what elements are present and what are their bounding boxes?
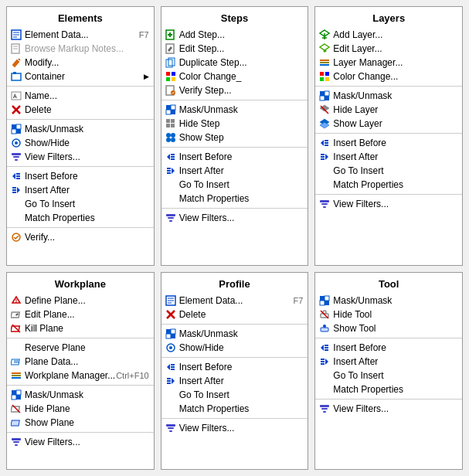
tool-insert-before-item[interactable]: Insert Before xyxy=(315,341,462,355)
svg-rect-117 xyxy=(15,444,18,446)
svg-marker-60 xyxy=(172,168,175,174)
add-step-icon xyxy=(165,29,177,41)
reserve-plane-item[interactable]: Reserve Plane xyxy=(7,341,154,355)
show-step-item[interactable]: Show Step xyxy=(161,131,308,144)
steps-view-filters-item[interactable]: View Filters... xyxy=(161,211,308,225)
add-layer-item[interactable]: Add Layer... xyxy=(315,28,462,42)
duplicate-step-label: Duplicate Step... xyxy=(179,57,247,68)
layers-view-filters-item[interactable]: View Filters... xyxy=(315,197,462,211)
profile-element-data-item[interactable]: Element Data... F7 xyxy=(161,294,308,308)
svg-rect-91 xyxy=(321,154,325,155)
profile-go-to-insert-item[interactable]: Go To Insert xyxy=(161,388,308,402)
hide-plane-item[interactable]: Hide Plane xyxy=(7,402,154,416)
delete-icon xyxy=(10,104,22,116)
verify-item[interactable]: Verify... xyxy=(7,230,154,244)
workplane-manager-item[interactable]: Workplane Manager... Ctrl+F10 xyxy=(7,369,154,382)
tool-mask-item[interactable]: Mask/Unmask xyxy=(315,294,462,308)
show-plane-item[interactable]: Show Plane xyxy=(7,416,154,430)
svg-rect-8 xyxy=(12,73,21,80)
insert-after-item[interactable]: Insert After xyxy=(7,183,154,197)
modify-item[interactable]: Modify... xyxy=(7,56,154,70)
svg-rect-106 xyxy=(12,375,21,376)
svg-rect-22 xyxy=(15,159,18,161)
svg-rect-89 xyxy=(325,144,328,146)
svg-rect-152 xyxy=(325,347,328,348)
show-layer-item[interactable]: Show Layer xyxy=(315,117,462,131)
steps-panel: Steps Add Step... Edit Step... Duplicate… xyxy=(161,6,309,266)
go-to-insert-item[interactable]: Go To Insert xyxy=(7,197,154,211)
mask-unmask-item[interactable]: Mask/Unmask xyxy=(7,122,154,136)
profile-match-properties-item[interactable]: Match Properties xyxy=(161,402,308,416)
workplane-view-filters-item[interactable]: View Filters... xyxy=(7,435,154,449)
show-hide-item[interactable]: Show/Hide xyxy=(7,136,154,150)
svg-rect-16 xyxy=(16,124,21,129)
tool-go-to-insert-label: Go To Insert xyxy=(333,370,383,381)
steps-go-to-insert-item[interactable]: Go To Insert xyxy=(161,178,308,192)
layers-mask-item[interactable]: Mask/Unmask xyxy=(315,89,462,103)
profile-insert-after-item[interactable]: Insert After xyxy=(161,374,308,388)
insert-before-item[interactable]: Insert Before xyxy=(7,169,154,183)
tool-insert-after-item[interactable]: Insert After xyxy=(315,355,462,369)
color-change-label: Color Change_ xyxy=(179,71,242,82)
hide-step-item[interactable]: Hide Step xyxy=(161,117,308,131)
steps-mask-item[interactable]: Mask/Unmask xyxy=(161,103,308,117)
show-tool-item[interactable]: Show Tool xyxy=(315,321,462,335)
svg-point-52 xyxy=(166,133,171,138)
plane-data-item[interactable]: Plane Data... xyxy=(7,355,154,369)
tool-go-to-insert-item[interactable]: Go To Insert xyxy=(315,369,462,382)
layers-insert-after-label: Insert After xyxy=(333,151,378,162)
steps-match-properties-item[interactable]: Match Properties xyxy=(161,192,308,206)
svg-rect-158 xyxy=(320,405,329,407)
profile-view-filters-item[interactable]: View Filters... xyxy=(161,421,308,435)
layers-color-change-icon xyxy=(318,70,331,83)
edit-layer-item[interactable]: Edit Layer... xyxy=(315,42,462,56)
steps-insert-before-item[interactable]: Insert Before xyxy=(161,150,308,164)
layers-match-properties-item[interactable]: Match Properties xyxy=(315,178,462,192)
edit-plane-item[interactable]: Edit Plane... xyxy=(7,308,154,321)
view-filters-item[interactable]: View Filters... xyxy=(7,150,154,164)
match-properties-item[interactable]: Match Properties xyxy=(7,211,154,225)
verify-step-item[interactable]: Verify Step... xyxy=(161,83,308,97)
layers-insert-after-item[interactable]: Insert After xyxy=(315,150,462,164)
profile-insert-before-item[interactable]: Insert Before xyxy=(161,360,308,374)
view-filters-icon xyxy=(10,151,22,163)
name-item[interactable]: A Name... xyxy=(7,89,154,103)
svg-rect-115 xyxy=(12,438,21,440)
duplicate-step-item[interactable]: Duplicate Step... xyxy=(161,56,308,70)
layers-insert-before-item[interactable]: Insert Before xyxy=(315,136,462,150)
define-plane-item[interactable]: Define Plane... xyxy=(7,294,154,308)
svg-rect-48 xyxy=(166,119,170,123)
name-label: Name... xyxy=(25,90,57,101)
browse-markup-label: Browse Markup Notes... xyxy=(25,43,124,54)
element-data-item[interactable]: Element Data... F7 xyxy=(7,28,154,42)
svg-rect-138 xyxy=(166,424,175,427)
color-change-item[interactable]: Color Change_ xyxy=(161,70,308,83)
edit-layer-label: Edit Layer... xyxy=(333,43,382,54)
container-item[interactable]: Container xyxy=(7,70,154,83)
tool-match-properties-item[interactable]: Match Properties xyxy=(315,382,462,396)
layers-color-change-item[interactable]: Color Change... xyxy=(315,70,462,83)
profile-show-hide-item[interactable]: Show/Hide xyxy=(161,341,308,355)
workplane-mask-item[interactable]: Mask/Unmask xyxy=(7,388,154,402)
hide-layer-icon xyxy=(318,104,331,116)
profile-mask-item[interactable]: Mask/Unmask xyxy=(161,327,308,341)
layers-go-to-insert-label: Go To Insert xyxy=(333,165,383,176)
container-icon xyxy=(10,70,22,83)
delete-item[interactable]: Delete xyxy=(7,103,154,117)
svg-rect-99 xyxy=(11,312,19,318)
browse-markup-item[interactable]: Browse Markup Notes... xyxy=(7,42,154,56)
tool-view-filters-item[interactable]: View Filters... xyxy=(315,402,462,416)
edit-step-item[interactable]: Edit Step... xyxy=(161,42,308,56)
kill-plane-item[interactable]: Kill Plane xyxy=(7,321,154,335)
add-step-item[interactable]: Add Step... xyxy=(161,28,308,42)
hide-layer-item[interactable]: Hide Layer xyxy=(315,103,462,117)
layers-go-to-insert-item[interactable]: Go To Insert xyxy=(315,164,462,178)
kill-plane-icon xyxy=(10,322,22,335)
profile-delete-item[interactable]: Delete xyxy=(161,308,308,321)
svg-rect-148 xyxy=(321,328,328,332)
steps-insert-after-item[interactable]: Insert After xyxy=(161,164,308,178)
svg-rect-144 xyxy=(320,301,325,305)
hide-tool-item[interactable]: Hide Tool xyxy=(315,308,462,321)
svg-point-129 xyxy=(169,346,172,349)
layer-manager-item[interactable]: Layer Manager... xyxy=(315,56,462,70)
